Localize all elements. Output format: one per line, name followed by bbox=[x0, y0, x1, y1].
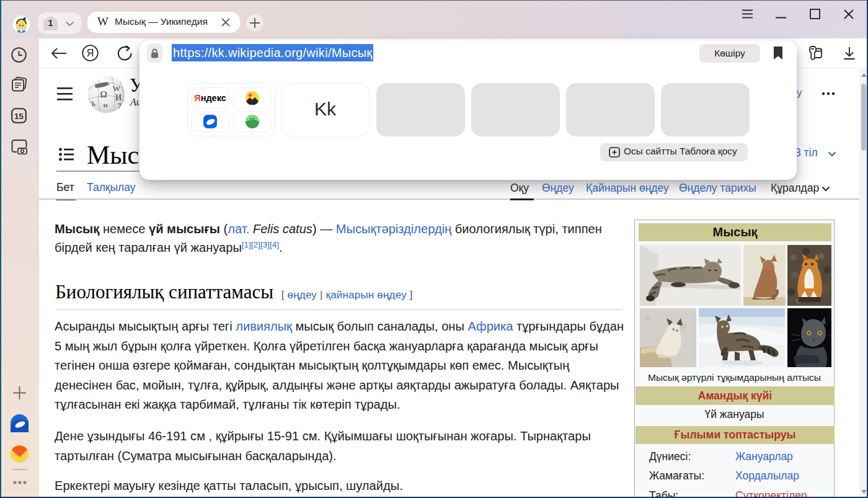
svg-text:Ъ: Ъ bbox=[91, 100, 95, 107]
svg-text:15: 15 bbox=[14, 112, 24, 121]
svg-text:Я: Я bbox=[87, 48, 94, 58]
svg-text:7: 7 bbox=[118, 102, 122, 110]
svg-text:м: м bbox=[104, 101, 108, 109]
svg-text:W: W bbox=[113, 84, 121, 93]
svg-text:Ω: Ω bbox=[100, 89, 107, 99]
svg-text:И: И bbox=[115, 93, 122, 102]
